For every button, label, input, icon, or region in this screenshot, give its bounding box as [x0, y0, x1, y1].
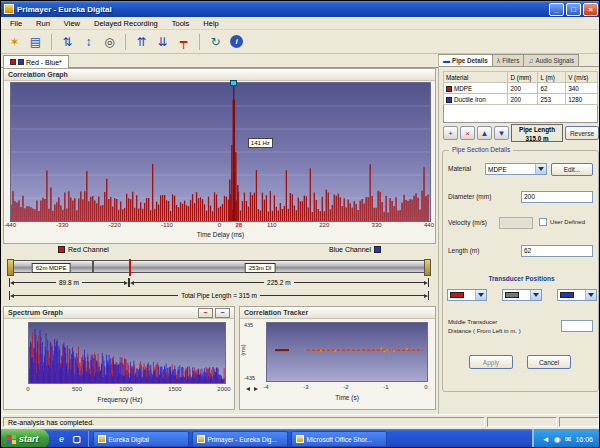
- correlation-tracker-panel: Correlation Tracker 435 -435 (ms) -4-3-2…: [239, 306, 436, 410]
- start-button[interactable]: start: [1, 429, 49, 448]
- table-row[interactable]: Ductile Iron2002531280: [444, 94, 598, 105]
- spectrum-view-icon[interactable]: ↕: [79, 32, 98, 51]
- tracker-plot[interactable]: [266, 322, 428, 382]
- correlation-plot[interactable]: 141 Hz: [10, 82, 431, 222]
- close-button[interactable]: ×: [583, 3, 598, 16]
- refresh-icon[interactable]: ↻: [206, 32, 225, 51]
- quick-launch: e ▢: [51, 431, 89, 447]
- segment-divider: [92, 261, 94, 272]
- move-section-up-button[interactable]: ▲: [477, 126, 492, 140]
- add-section-button[interactable]: +: [443, 126, 458, 140]
- menu-file[interactable]: File: [3, 18, 29, 29]
- volume-icon[interactable]: ◄: [542, 435, 550, 444]
- spectrum-x-label: Frequency (Hz): [4, 396, 236, 403]
- pipe-sections-table[interactable]: MaterialD (mm)L (m)V (m/s)MDPE20062340Du…: [443, 71, 598, 105]
- internet-explorer-icon[interactable]: e: [56, 433, 68, 445]
- title-bar: Primayer - Eureka Digital _ □ ×: [1, 1, 600, 17]
- length-label: Length (m): [448, 247, 479, 254]
- delete-section-button[interactable]: ×: [460, 126, 475, 140]
- save-icon[interactable]: ▤: [26, 32, 45, 51]
- left-transducer-select[interactable]: [447, 289, 487, 301]
- table-header: L (m): [538, 72, 566, 83]
- right-transducer-select[interactable]: [557, 289, 597, 301]
- velocity-input: [499, 217, 533, 229]
- x-tick: 220: [314, 222, 334, 228]
- application-window: Primayer - Eureka Digital _ □ × FileRunV…: [0, 0, 600, 448]
- tab-filters[interactable]: λ Filters: [493, 54, 525, 66]
- taskbar-button[interactable]: Eureka Digital: [93, 431, 189, 447]
- x-tick: 440: [419, 222, 439, 228]
- red-transducer-icon[interactable]: ⇈: [132, 32, 151, 51]
- blue-transducer-icon[interactable]: ⇊: [153, 32, 172, 51]
- spectrum-graph-panel: Spectrum Graph ~ ~ 0500100015002000 Freq…: [3, 306, 235, 410]
- show-desktop-icon[interactable]: ▢: [71, 433, 83, 445]
- status-pane: [559, 417, 599, 427]
- taskbar-button-icon: [98, 435, 106, 443]
- x-tick: 1500: [165, 386, 185, 392]
- tracker-scroll-left-icon[interactable]: [246, 387, 250, 391]
- task-buttons: Eureka DigitalPrimayer - Eureka Dig...Mi…: [89, 431, 532, 447]
- menu-run[interactable]: Run: [29, 18, 57, 29]
- taskbar-button[interactable]: Microsoft Office Shor...: [291, 431, 387, 447]
- user-defined-checkbox[interactable]: [539, 218, 547, 226]
- correlation-x-ticks: -440-330-220-110011022033044028: [10, 222, 431, 231]
- blue-transducer-swatch: [560, 292, 574, 298]
- edit-material-button[interactable]: Edit...: [551, 163, 593, 176]
- taskbar-button-icon: [197, 435, 205, 443]
- blue-channel-label: Blue Channel: [329, 246, 381, 253]
- cancel-button[interactable]: Cancel: [527, 355, 571, 369]
- zoom-icon[interactable]: ◎: [100, 32, 119, 51]
- red-transducer-swatch: [450, 292, 464, 298]
- tracker-x-ticks: -4-3-2-10: [266, 384, 428, 392]
- tracker-y-min: -435: [244, 375, 255, 381]
- taskbar-button[interactable]: Primayer - Eureka Dig...: [192, 431, 288, 447]
- tab-label: Red - Blue*: [26, 59, 62, 66]
- left-distance-value: 89.8 m: [56, 279, 82, 286]
- middle-transducer-distance-input[interactable]: [561, 320, 593, 332]
- length-input[interactable]: 62: [521, 245, 593, 257]
- info-icon[interactable]: i: [230, 35, 243, 48]
- taskbar-clock: 16:06: [575, 436, 593, 443]
- red-spectrum-toggle[interactable]: ~: [198, 308, 213, 318]
- apply-button[interactable]: Apply: [469, 355, 513, 369]
- right-panel-tabs: ▬ Pipe Details λ Filters ♫ Audio Signals: [439, 54, 600, 67]
- tab-pipe-details[interactable]: ▬ Pipe Details: [439, 54, 493, 66]
- minimize-button[interactable]: _: [549, 3, 564, 16]
- material-select[interactable]: MDPE: [485, 163, 547, 175]
- toolbar: ✶▤⇅↕◎⇈⇊┯↻i: [1, 30, 600, 54]
- spectrum-plot[interactable]: [28, 322, 226, 384]
- reverse-button[interactable]: Reverse: [565, 126, 599, 140]
- cursor-marker-icon[interactable]: [230, 80, 237, 86]
- antenna-icon[interactable]: ┯: [174, 32, 193, 51]
- red-channel-label: Red Channel: [58, 246, 109, 253]
- material-color-swatch: [446, 97, 452, 103]
- middle-transducer-select[interactable]: [502, 289, 542, 301]
- network-icon[interactable]: ◉: [554, 435, 561, 444]
- diameter-input[interactable]: 200: [521, 191, 593, 203]
- blue-spectrum-toggle[interactable]: ~: [215, 308, 230, 318]
- x-tick: 0: [210, 222, 230, 228]
- correlation-view-icon[interactable]: ⇅: [58, 32, 77, 51]
- menu-delayed-recording[interactable]: Delayed Recording: [87, 18, 165, 29]
- tab-red-blue[interactable]: Red - Blue*: [3, 55, 69, 68]
- wizard-icon[interactable]: ✶: [5, 32, 24, 51]
- status-text: Re-analysis has completed.: [8, 419, 94, 426]
- dropdown-arrow-icon: [535, 164, 546, 174]
- tab-audio-signals[interactable]: ♫ Audio Signals: [524, 54, 579, 66]
- maximize-button[interactable]: □: [566, 3, 581, 16]
- menu-view[interactable]: View: [57, 18, 87, 29]
- correlation-tracker-title: Correlation Tracker: [244, 309, 308, 316]
- tracker-y-max: 435: [244, 322, 253, 328]
- speaker-icon: ♫: [528, 57, 533, 64]
- menu-tools[interactable]: Tools: [165, 18, 197, 29]
- menu-help[interactable]: Help: [196, 18, 225, 29]
- dropdown-arrow-icon: [530, 290, 541, 300]
- diameter-label: Diameter (mm): [448, 193, 491, 200]
- toolbar-separator: [199, 34, 200, 50]
- move-section-down-button[interactable]: ▼: [494, 126, 509, 140]
- red-channel-badge-icon: [58, 246, 65, 253]
- x-tick: 2000: [214, 386, 234, 392]
- table-row[interactable]: MDPE20062340: [444, 83, 598, 94]
- middle-transducer-label-1: Middle Transducer: [448, 319, 497, 325]
- messenger-icon[interactable]: ✉: [565, 435, 572, 444]
